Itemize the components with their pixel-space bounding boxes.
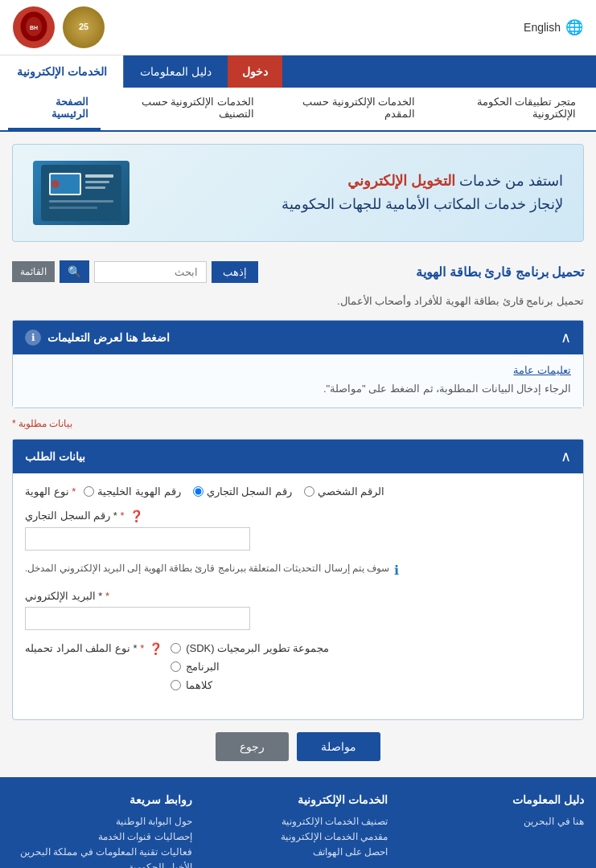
go-button[interactable]: إذهب <box>212 261 258 283</box>
instructions-text: الرجاء إدخال البيانات المطلوبة، ثم الضغط… <box>25 381 571 398</box>
nav-items: الخدمات الإلكترونية دليل المعلومات <box>0 55 228 88</box>
subnav-app-store[interactable]: متجر تطبيقات الحكومة الإلكترونية <box>427 88 588 130</box>
form-collapse-icon: ∧ <box>561 448 571 465</box>
svg-rect-7 <box>85 181 109 183</box>
form-header-text: بيانات الطلب <box>25 450 85 463</box>
nav-item-info[interactable]: دليل المعلومات <box>123 55 228 88</box>
form-body: رقم الهوية الخليجية رقم السجل التجاري ال… <box>13 473 583 719</box>
instructions-body: تعليمات عامة الرجاء إدخال البيانات المطل… <box>13 354 583 407</box>
footer-eservices-col: الخدمات الإلكترونية تصنيف الخدمات الإلكت… <box>208 793 388 868</box>
email-label-row: * * البريد الإلكتروني <box>25 590 571 602</box>
search-area: إذهب 🔍 القائمة <box>12 260 258 283</box>
page-title: تحميل برنامج قارئ بطاقة الهوية <box>416 264 584 280</box>
list-button[interactable]: القائمة <box>12 261 55 282</box>
svg-rect-11 <box>49 207 97 209</box>
download-both[interactable]: كلاهما <box>171 679 212 691</box>
download-program[interactable]: البرنامج <box>171 661 220 673</box>
language-label: English <box>524 21 561 34</box>
site-footer: دليل المعلومات هنا في البحرين الخدمات ال… <box>0 777 596 868</box>
logo-25: 25 <box>63 6 105 48</box>
id-type-gulf-radio[interactable] <box>84 486 94 497</box>
footer-quick-links-title: روابط سريعة <box>12 793 192 806</box>
download-type-row: مجموعة تطوير البرمجيات (SDK) البرنامج كل… <box>25 642 571 703</box>
commercial-reg-label: * * رقم السجل التجاري <box>25 510 125 522</box>
login-button[interactable]: دخول <box>228 55 282 88</box>
email-label: * * البريد الإلكتروني <box>25 590 109 602</box>
id-type-commercial-radio[interactable] <box>193 486 203 497</box>
commercial-reg-label-row: ❓ * * رقم السجل التجاري <box>25 510 571 522</box>
search-title-row: تحميل برنامج قارئ بطاقة الهوية إذهب 🔍 ال… <box>0 254 596 289</box>
id-type-commercial[interactable]: رقم السجل التجاري <box>193 485 292 497</box>
footer-columns: دليل المعلومات هنا في البحرين الخدمات ال… <box>12 793 584 868</box>
action-buttons: مواصلة رجوع <box>12 732 584 761</box>
sub-navbar: الصفحة الرئيسية الخدمات الإلكترونية حسب … <box>0 88 596 132</box>
download-both-radio[interactable] <box>171 680 181 690</box>
instructions-general-label: تعليمات عامة <box>25 364 571 376</box>
required-note: * بيانات مطلوبة <box>0 415 596 432</box>
search-button[interactable]: 🔍 <box>60 260 89 283</box>
search-input[interactable] <box>94 261 207 283</box>
promo-banner: استفد من خدمات التخويل الإلكتروني لإنجاز… <box>12 144 584 242</box>
back-button[interactable]: رجوع <box>216 732 289 761</box>
footer-info-title: دليل المعلومات <box>404 793 584 806</box>
id-type-personal[interactable]: الرقم الشخصي <box>304 485 385 497</box>
footer-quick-links-col: روابط سريعة حول البوابة الوطنية إحصاليات… <box>12 793 192 868</box>
download-label-row: ❓ * * نوع الملف المراد تحميله <box>25 642 162 655</box>
id-type-label: * نوع الهوية <box>25 485 76 497</box>
footer-link-bahrain[interactable]: هنا في البحرين <box>404 816 584 827</box>
footer-link-events[interactable]: فعاليات تقنية المعلومات في مملكة البحرين <box>12 846 192 858</box>
download-sdk[interactable]: مجموعة تطوير البرمجيات (SDK) <box>171 642 329 654</box>
footer-link-phones[interactable]: احصل على الهواتف <box>208 846 388 858</box>
instructions-header[interactable]: ∧ اضغط هنا لعرض التعليمات ℹ <box>13 321 583 354</box>
collapse-icon: ∧ <box>561 329 571 346</box>
footer-link-news[interactable]: الأخبار الحكومية <box>12 862 192 868</box>
notification-note-row: ℹ سوف يتم إرسال التحديثات المتعلقة ببرنا… <box>25 563 571 578</box>
svg-point-9 <box>51 180 60 188</box>
nav-item-eservices[interactable]: الخدمات الإلكترونية <box>0 55 123 88</box>
logo-emblem: BH <box>13 6 55 48</box>
footer-link-stats[interactable]: إحصاليات قنوات الخدمة <box>12 831 192 842</box>
instructions-section: ∧ اضغط هنا لعرض التعليمات ℹ تعليمات عامة… <box>12 320 584 408</box>
subnav-by-provider[interactable]: الخدمات الإلكترونية حسب المقدم <box>266 88 427 130</box>
main-navbar: دخول الخدمات الإلكترونية دليل المعلومات <box>0 55 596 88</box>
banner-line2: لإنجاز خدمات المكاتب الأمامية للجهات الح… <box>282 193 563 216</box>
footer-link-providers[interactable]: مقدمي الخدمات الإلكترونية <box>208 831 388 842</box>
id-type-radio-group: رقم الهوية الخليجية رقم السجل التجاري ال… <box>84 485 384 497</box>
download-sdk-radio[interactable] <box>171 643 181 653</box>
svg-rect-10 <box>49 200 113 203</box>
notification-note-text: سوف يتم إرسال التحديثات المتعلقة ببرنامج… <box>25 563 389 574</box>
form-section: ∧ بيانات الطلب رقم الهوية الخليجية رقم ا… <box>12 439 584 720</box>
banner-text: استفد من خدمات التخويل الإلكتروني لإنجاز… <box>282 170 563 216</box>
commercial-reg-input[interactable] <box>25 527 250 551</box>
continue-button[interactable]: مواصلة <box>297 732 380 761</box>
email-input[interactable] <box>25 607 250 630</box>
footer-link-categories[interactable]: تصنيف الخدمات الإلكترونية <box>208 816 388 827</box>
instructions-header-text: اضغط هنا لعرض التعليمات <box>47 331 170 344</box>
id-type-personal-radio[interactable] <box>304 486 314 497</box>
download-type-label: * * نوع الملف المراد تحميله <box>25 642 144 654</box>
download-type-info-icon[interactable]: ❓ <box>149 642 162 655</box>
page-subtitle: تحميل برنامج قارئ بطاقة الهوية للأفراد و… <box>0 293 596 313</box>
header-logos: 25 BH <box>13 6 105 48</box>
email-row: * * البريد الإلكتروني <box>25 590 571 630</box>
site-header: 🌐 English 25 BH <box>0 0 596 55</box>
subnav-home[interactable]: الصفحة الرئيسية <box>8 88 101 130</box>
subnav-by-category[interactable]: الخدمات الإلكترونية حسب التصنيف <box>101 88 266 130</box>
download-program-radio[interactable] <box>171 661 181 672</box>
svg-text:BH: BH <box>30 25 38 31</box>
commercial-reg-row: ❓ * * رقم السجل التجاري <box>25 510 571 551</box>
download-options: مجموعة تطوير البرمجيات (SDK) البرنامج كل… <box>171 642 329 691</box>
footer-eservices-title: الخدمات الإلكترونية <box>208 793 388 806</box>
svg-rect-8 <box>85 186 105 189</box>
language-selector[interactable]: 🌐 English <box>524 18 583 36</box>
form-section-header[interactable]: ∧ بيانات الطلب <box>13 440 583 473</box>
id-type-gulf[interactable]: رقم الهوية الخليجية <box>84 485 180 497</box>
footer-link-about[interactable]: حول البوابة الوطنية <box>12 816 192 827</box>
notification-icon: ℹ <box>394 563 399 578</box>
footer-info-col: دليل المعلومات هنا في البحرين <box>404 793 584 868</box>
banner-image <box>33 161 129 225</box>
commercial-reg-info-icon[interactable]: ❓ <box>129 510 143 522</box>
id-type-row: رقم الهوية الخليجية رقم السجل التجاري ال… <box>25 485 571 497</box>
banner-line1: استفد من خدمات التخويل الإلكتروني <box>282 170 563 193</box>
globe-icon: 🌐 <box>565 18 583 36</box>
